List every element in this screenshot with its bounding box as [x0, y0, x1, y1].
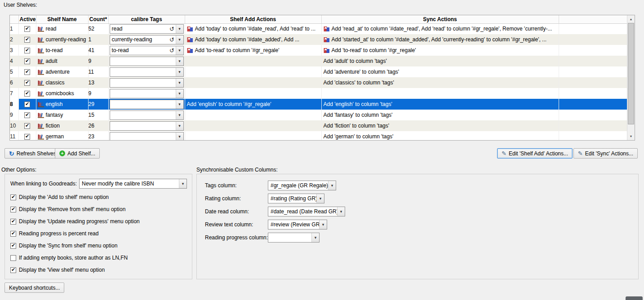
- row-number-cell[interactable]: 5: [10, 66, 18, 77]
- shelf-name-cell[interactable]: currently-reading: [36, 34, 88, 45]
- shelf-add-actions-cell[interactable]: Add 'today' to column '#date_added', Add…: [185, 34, 321, 45]
- edit-shelf-add-actions-button[interactable]: ✎ Edit 'Shelf Add' Actions...: [497, 148, 573, 159]
- chevron-down-icon[interactable]: ▾: [328, 181, 336, 190]
- chevron-down-icon[interactable]: ▾: [176, 79, 183, 87]
- active-cell[interactable]: [18, 34, 36, 45]
- active-checkbox[interactable]: [24, 26, 30, 32]
- shelf-name-cell[interactable]: read: [36, 23, 88, 34]
- row-number-cell[interactable]: 2: [10, 34, 18, 45]
- active-cell[interactable]: [18, 77, 36, 88]
- shelf-add-actions-cell[interactable]: [185, 56, 321, 66]
- calibre-tags-cell[interactable]: ▾: [108, 131, 185, 141]
- chevron-down-icon[interactable]: ▾: [316, 194, 324, 203]
- shelf-row[interactable]: 9fantasy15▾Add 'fantasy' to column 'tags…: [10, 110, 628, 120]
- checkbox-box[interactable]: [10, 267, 16, 273]
- vertical-scrollbar[interactable]: ▲ ▼: [627, 15, 635, 140]
- active-cell[interactable]: [18, 131, 36, 141]
- active-cell[interactable]: [18, 99, 36, 110]
- row-number-cell[interactable]: 6: [10, 77, 18, 88]
- sync-actions-cell[interactable]: Add 'fantasy' to column 'tags': [321, 110, 559, 120]
- shelf-name-cell[interactable]: fiction: [36, 120, 88, 131]
- calibre-tags-combo[interactable]: ▾: [110, 67, 184, 77]
- shelf-row[interactable]: 1read52read↺▾Add 'today' to column '#dat…: [10, 23, 628, 34]
- col-header-active[interactable]: Active: [18, 15, 36, 23]
- chevron-down-icon[interactable]: ▾: [176, 68, 183, 76]
- row-number-cell[interactable]: 3: [10, 45, 18, 56]
- scrollbar-thumb[interactable]: [628, 23, 634, 124]
- shelf-row[interactable]: 6classics13▾Add 'classics' to column 'ta…: [10, 77, 628, 88]
- calibre-tags-cell[interactable]: to-read↺▾: [108, 45, 185, 56]
- chevron-down-icon[interactable]: ▾: [176, 132, 183, 141]
- linking-combo[interactable]: Never modify the calibre ISBN ▾: [79, 179, 187, 189]
- calibre-tags-cell[interactable]: ▾: [108, 110, 185, 120]
- active-checkbox[interactable]: [24, 123, 30, 129]
- shelf-name-cell[interactable]: adventure: [36, 66, 88, 77]
- sync-actions-cell[interactable]: Add 'read_at' to column '#date_read', Ad…: [321, 23, 559, 34]
- checkbox-remove-from-shelf[interactable]: Display the 'Remove from shelf' menu opt…: [10, 206, 125, 212]
- active-checkbox[interactable]: [24, 91, 30, 97]
- active-cell[interactable]: [18, 23, 36, 34]
- calibre-tags-combo[interactable]: ▾: [110, 100, 184, 109]
- row-number-cell[interactable]: 11: [10, 131, 18, 141]
- col-header-shelf-name[interactable]: Shelf Name: [36, 15, 88, 23]
- calibre-tags-combo[interactable]: ▾: [110, 57, 184, 66]
- sync-actions-cell[interactable]: Add 'english' to column 'tags': [321, 99, 559, 110]
- active-checkbox[interactable]: [24, 134, 30, 140]
- col-header-shelf-add-actions[interactable]: Shelf Add Actions: [185, 15, 321, 23]
- calibre-tags-cell[interactable]: ▾: [108, 56, 185, 66]
- calibre-tags-combo[interactable]: ▾: [110, 78, 184, 88]
- sync-actions-cell[interactable]: Add 'to-read' to column '#gr_regale': [321, 45, 559, 56]
- calibre-tags-cell[interactable]: ▾: [108, 88, 185, 99]
- active-cell[interactable]: [18, 110, 36, 120]
- edit-sync-actions-button[interactable]: ✎ Edit 'Sync' Actions...: [573, 148, 638, 159]
- shelf-row[interactable]: 3to-read41to-read↺▾Add 'to-read' to colu…: [10, 45, 628, 56]
- checkbox-box[interactable]: [10, 207, 16, 212]
- calibre-tags-cell[interactable]: ▾: [108, 66, 185, 77]
- chevron-down-icon[interactable]: ▾: [176, 111, 183, 119]
- chevron-down-icon[interactable]: ▾: [311, 233, 319, 242]
- row-number-cell[interactable]: 4: [10, 56, 18, 66]
- shelf-add-actions-cell[interactable]: [185, 110, 321, 120]
- shelf-add-actions-cell[interactable]: Add 'to-read' to column '#gr_regale': [185, 45, 321, 56]
- active-checkbox[interactable]: [24, 69, 30, 75]
- checkbox-view-shelf[interactable]: Display the 'View shelf' menu option: [10, 267, 105, 273]
- shelf-row[interactable]: 7comicbooks9▾: [10, 88, 628, 99]
- calibre-tags-combo[interactable]: ▾: [110, 89, 184, 98]
- checkbox-update-reading-progress[interactable]: Display the 'Update reading progress' me…: [10, 218, 140, 225]
- shelf-name-cell[interactable]: english: [36, 99, 88, 110]
- col-header-sync-actions[interactable]: Sync Actions: [321, 15, 559, 23]
- rating-column-combo[interactable]: #rating (Rating GR) ▾: [268, 194, 324, 203]
- col-header-count[interactable]: Count*: [88, 15, 108, 23]
- active-cell[interactable]: [18, 45, 36, 56]
- checkbox-sync-from-shelf[interactable]: Display the 'Sync from shelf' menu optio…: [10, 243, 117, 249]
- shelf-name-cell[interactable]: german: [36, 131, 88, 141]
- chevron-down-icon[interactable]: ▾: [176, 57, 183, 66]
- checkbox-box[interactable]: [10, 243, 16, 249]
- shelf-add-actions-cell[interactable]: [185, 66, 321, 77]
- shelf-name-cell[interactable]: classics: [36, 77, 88, 88]
- shelf-add-actions-cell[interactable]: [185, 77, 321, 88]
- chevron-down-icon[interactable]: ▾: [176, 25, 183, 33]
- active-checkbox[interactable]: [24, 37, 30, 43]
- add-shelf-button[interactable]: + Add Shelf...: [55, 148, 100, 159]
- keyboard-shortcuts-button[interactable]: Keyboard shortcuts...: [4, 282, 64, 293]
- calibre-tags-cell[interactable]: currently-reading↺▾: [108, 34, 185, 45]
- checkbox-author-ln-fn[interactable]: If adding empty books, store author as L…: [10, 255, 128, 261]
- calibre-tags-combo[interactable]: currently-reading↺▾: [110, 35, 184, 44]
- calibre-tags-combo[interactable]: ▾: [110, 121, 184, 131]
- active-checkbox[interactable]: [24, 101, 30, 107]
- refresh-tag-icon[interactable]: ↺: [169, 47, 176, 54]
- chevron-down-icon[interactable]: ▾: [319, 220, 327, 229]
- date-read-column-combo[interactable]: #date_read (Date Read GR) ▾: [268, 207, 345, 216]
- shelf-add-actions-cell[interactable]: [185, 131, 321, 141]
- active-cell[interactable]: [18, 120, 36, 131]
- sync-actions-cell[interactable]: Add 'started_at' to column '#date_added'…: [321, 34, 559, 45]
- chevron-down-icon[interactable]: ▾: [176, 100, 183, 109]
- shelf-name-cell[interactable]: fantasy: [36, 110, 88, 120]
- sync-actions-cell[interactable]: Add 'adventure' to column 'tags': [321, 66, 559, 77]
- shelf-add-actions-cell[interactable]: Add 'today' to column '#date_read', Add …: [185, 23, 321, 34]
- shelf-add-actions-cell[interactable]: [185, 120, 321, 131]
- reading-progress-column-combo[interactable]: ▾: [268, 233, 320, 243]
- checkbox-box[interactable]: [10, 219, 16, 225]
- checkbox-box[interactable]: [10, 231, 16, 237]
